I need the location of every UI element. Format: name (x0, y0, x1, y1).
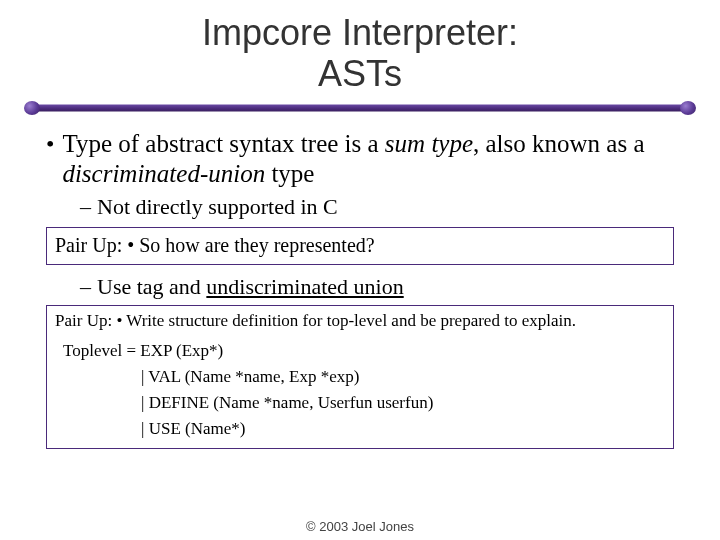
content-area: • Type of abstract syntax tree is a sum … (40, 129, 680, 449)
title-line-2: ASTs (318, 53, 402, 94)
sub-bullet-1-text: Not directly supported in C (97, 193, 338, 221)
pairup-2-text: Pair Up: • Write structure definition fo… (47, 306, 673, 338)
footer-copyright: © 2003 Joel Jones (0, 519, 720, 534)
divider-cap-right (680, 101, 696, 115)
bullet-mid: , also known as a (473, 130, 645, 157)
bullet-dot-icon: • (46, 129, 54, 189)
grammar-line-3: | DEFINE (Name *name, Userfun userfun) (63, 390, 665, 416)
title-line-1: Impcore Interpreter: (202, 12, 518, 53)
slide: Impcore Interpreter: ASTs • Type of abst… (0, 0, 720, 540)
title-divider (30, 101, 690, 115)
pairup-box-1: Pair Up: • So how are they represented? (46, 227, 674, 265)
sub-bullet-1: – Not directly supported in C (80, 193, 674, 221)
bullet-post: type (265, 160, 314, 187)
pairup-box-2: Pair Up: • Write structure definition fo… (46, 305, 674, 449)
dash-icon: – (80, 273, 91, 301)
sub-bullet-2-text: Use tag and undiscriminated union (97, 273, 404, 301)
sub-bullet-2: – Use tag and undiscriminated union (80, 273, 674, 301)
divider-cap-left (24, 101, 40, 115)
grammar-block: Toplevel = EXP (Exp*) | VAL (Name *name,… (47, 338, 673, 448)
bullet-em2: discriminated-union (62, 160, 265, 187)
grammar-line-4: | USE (Name*) (63, 416, 665, 442)
bullet-em1: sum type (385, 130, 473, 157)
bullet-text: Type of abstract syntax tree is a sum ty… (62, 129, 674, 189)
sub2-pre: Use tag and (97, 274, 206, 299)
dash-icon: – (80, 193, 91, 221)
bullet-pre: Type of abstract syntax tree is a (62, 130, 384, 157)
grammar-line-1: Toplevel = EXP (Exp*) (63, 338, 665, 364)
pairup-1-text: Pair Up: • So how are they represented? (47, 228, 673, 264)
slide-title: Impcore Interpreter: ASTs (40, 12, 680, 95)
bullet-item: • Type of abstract syntax tree is a sum … (46, 129, 674, 189)
grammar-line-2: | VAL (Name *name, Exp *exp) (63, 364, 665, 390)
sub2-underline: undiscriminated union (206, 274, 403, 299)
divider-bar (30, 104, 690, 111)
